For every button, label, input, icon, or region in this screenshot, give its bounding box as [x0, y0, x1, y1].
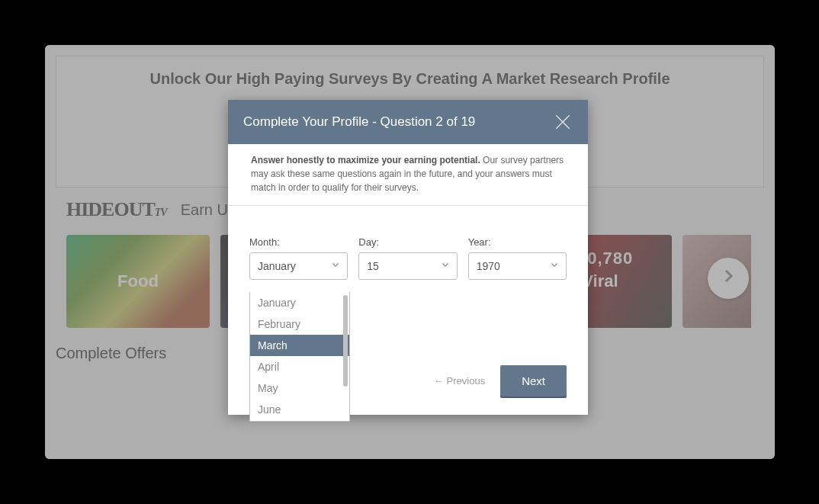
month-option[interactable]: June: [250, 399, 349, 420]
day-value: 15: [367, 260, 379, 272]
month-value: January: [258, 260, 296, 272]
modal-instruction: Answer honestly to maximize your earning…: [228, 144, 588, 206]
month-option[interactable]: March: [250, 335, 349, 356]
profile-modal: Complete Your Profile - Question 2 of 19…: [228, 100, 588, 415]
month-option[interactable]: May: [250, 377, 349, 399]
modal-body: Month: January Day: 15 Year: 1970: [228, 206, 588, 362]
month-label: Month:: [249, 236, 348, 248]
month-option[interactable]: April: [250, 356, 349, 377]
year-select[interactable]: 1970: [468, 252, 567, 280]
previous-button[interactable]: ← Previous: [434, 375, 486, 387]
chevron-down-icon: [549, 260, 560, 273]
year-field: Year: 1970: [468, 236, 567, 280]
modal-title: Complete Your Profile - Question 2 of 19: [243, 114, 475, 130]
month-option[interactable]: February: [250, 313, 349, 335]
day-label: Day:: [358, 236, 457, 248]
month-option[interactable]: January: [250, 292, 349, 313]
chevron-down-icon: [440, 260, 451, 273]
month-select[interactable]: January: [249, 252, 348, 280]
year-label: Year:: [468, 236, 567, 248]
previous-label: Previous: [447, 375, 486, 387]
year-value: 1970: [477, 260, 500, 272]
next-button[interactable]: Next: [500, 365, 567, 396]
day-select[interactable]: 15: [358, 252, 457, 280]
month-field: Month: January: [249, 236, 348, 280]
modal-instruction-strong: Answer honestly to maximize your earning…: [251, 155, 480, 165]
month-option[interactable]: July: [250, 420, 349, 422]
close-icon[interactable]: [553, 112, 573, 132]
month-dropdown[interactable]: JanuaryFebruaryMarchAprilMayJuneJulyAugu…: [249, 292, 350, 422]
day-field: Day: 15: [358, 236, 457, 280]
arrow-left-icon: ←: [434, 375, 444, 387]
modal-header: Complete Your Profile - Question 2 of 19: [228, 100, 588, 144]
chevron-down-icon: [330, 260, 341, 273]
dropdown-scrollbar[interactable]: [343, 295, 348, 387]
